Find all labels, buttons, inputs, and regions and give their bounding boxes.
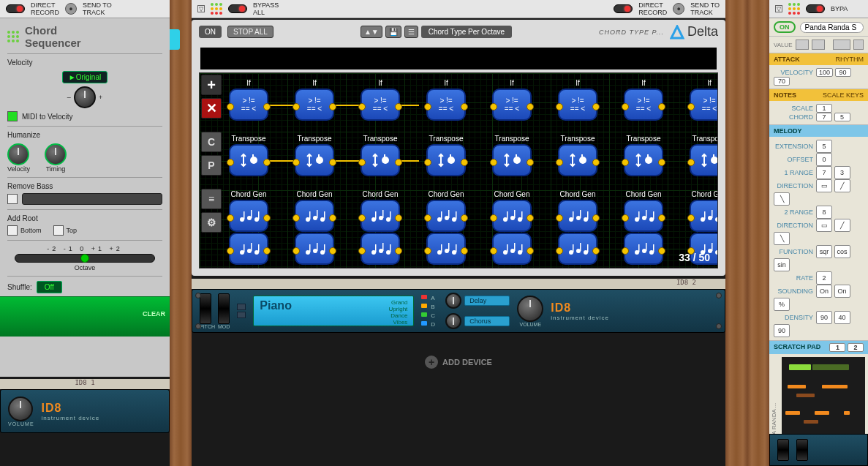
delta-node-chordgen2[interactable] <box>492 233 532 265</box>
delta-node-if[interactable]: If> != == < <box>558 79 597 121</box>
id8-preset[interactable]: Dance <box>389 312 408 319</box>
delta-node-transpose[interactable]: Transpose <box>295 135 334 176</box>
delta-node-chordgen2[interactable] <box>229 233 268 265</box>
panda-density-value[interactable]: 40 <box>834 311 850 324</box>
panda-sounding-value[interactable]: On <box>816 285 832 298</box>
delta-node-if[interactable]: If> != == < <box>492 79 532 121</box>
delta-node-chord-gen[interactable]: Chord Gen <box>624 190 663 232</box>
delta-tabstrip[interactable] <box>200 48 717 69</box>
rack-tab-handle[interactable] <box>170 29 180 50</box>
id8-lcd[interactable]: Piano GrandUprightDanceVibes <box>253 296 414 326</box>
delta-node-chordgen2[interactable] <box>624 233 663 265</box>
delta-node-chordgen2[interactable] <box>295 233 334 265</box>
delta-node-transpose[interactable]: Transpose <box>426 135 466 176</box>
id8-preset[interactable]: Upright <box>389 306 408 312</box>
remove-bass-checkbox[interactable] <box>7 194 18 204</box>
delta-node-transpose[interactable]: Transpose <box>229 135 268 176</box>
fold-toggle[interactable]: ▽ <box>197 5 205 12</box>
delta-node-transpose[interactable]: Transpose <box>690 135 718 176</box>
delta-on-button[interactable]: ON <box>199 26 222 38</box>
delta-node-transpose[interactable]: Transpose <box>361 135 400 176</box>
velocity-knob[interactable] <box>74 86 96 108</box>
panda-range1-value[interactable]: 7 <box>816 166 832 179</box>
panda-dir2a[interactable]: ▭ <box>816 219 832 232</box>
direct-record-toggle[interactable] <box>6 4 25 13</box>
delta-canvas[interactable]: If> != == <If> != == <If> != == <If> != … <box>199 72 718 268</box>
panda-density-value[interactable]: 90 <box>816 311 832 324</box>
mid-direct-record-toggle[interactable] <box>614 4 633 13</box>
delta-node-chord-gen[interactable]: Chord Gen <box>361 190 400 232</box>
id8-preset[interactable]: Vibes <box>389 319 408 326</box>
panda-velocity-value[interactable]: 70 <box>774 77 790 86</box>
panda-sounding-value[interactable]: On <box>834 285 850 298</box>
add-root-bottom-checkbox[interactable] <box>7 225 18 236</box>
delta-delete-button[interactable]: ✕ <box>201 98 222 119</box>
shuffle-state[interactable]: Off <box>37 281 62 293</box>
panda-function-value[interactable]: cos <box>834 245 850 258</box>
panda-offset[interactable]: 0 <box>816 153 832 166</box>
patch-prev-button[interactable]: ▲▼ <box>361 26 382 38</box>
delta-node-chord-gen[interactable]: Chord Gen <box>229 190 268 232</box>
panda-dir1a[interactable]: ▭ <box>816 179 832 192</box>
panda-velocity-value[interactable]: 100 <box>816 68 833 77</box>
right-fold[interactable]: ▽ <box>775 5 782 12</box>
id8-right-wheel-1[interactable] <box>777 439 789 461</box>
delta-node-chord-gen[interactable]: Chord Gen <box>690 190 718 232</box>
panda-function-value[interactable]: sqr <box>816 245 832 258</box>
scratch-page-2[interactable]: 2 <box>848 343 864 352</box>
delta-stopall-button[interactable]: STOP ALL <box>227 26 273 38</box>
panda-sounding-value[interactable]: % <box>774 298 790 311</box>
humanize-timing-knob[interactable] <box>45 143 67 165</box>
panda-chord-value[interactable]: 5 <box>834 113 850 121</box>
panda-dir2b[interactable]: ╱ <box>834 219 850 232</box>
delta-node-transpose[interactable]: Transpose <box>492 135 532 176</box>
delta-node-if[interactable]: If> != == < <box>229 79 268 121</box>
panda-value-a[interactable] <box>796 40 809 50</box>
send-to-track-button[interactable]: ● <box>65 3 77 15</box>
octave-slider[interactable] <box>15 254 155 263</box>
delta-tool-settings[interactable]: ⚙ <box>201 212 222 233</box>
delta-node-chord-gen[interactable]: Chord Gen <box>492 190 532 232</box>
id8-fx2-knob[interactable] <box>445 313 461 329</box>
id8-preset-down[interactable] <box>237 312 246 318</box>
delta-node-if[interactable]: If> != == < <box>690 79 718 121</box>
panda-dir1b[interactable]: ╱ <box>834 179 850 192</box>
panda-value-d[interactable] <box>853 40 864 50</box>
panda-chord-value[interactable]: 7 <box>816 113 832 121</box>
bypass-all-toggle[interactable] <box>228 4 247 13</box>
panda-velocity-value[interactable]: 90 <box>835 68 851 77</box>
shuffle-clear-button[interactable]: CLEAR <box>143 310 165 317</box>
delta-node-chord-gen[interactable]: Chord Gen <box>426 190 466 232</box>
delta-node-chordgen2[interactable] <box>426 233 466 265</box>
patch-save-button[interactable]: 💾 <box>385 26 401 38</box>
id8-right-wheel-2[interactable] <box>796 439 808 461</box>
panda-on-button[interactable]: ON <box>774 21 796 33</box>
panda-extension[interactable]: 5 <box>816 140 832 153</box>
id8-mod-wheel[interactable] <box>218 293 230 324</box>
panda-range2[interactable]: 8 <box>816 206 832 219</box>
panda-dir1c[interactable]: ╲ <box>774 192 790 206</box>
delta-node-chordgen2[interactable] <box>558 233 597 265</box>
panda-range1-value[interactable]: 3 <box>834 166 850 179</box>
panda-scale-value[interactable]: 1 <box>816 104 832 113</box>
humanize-velocity-knob[interactable] <box>7 143 29 165</box>
delta-node-if[interactable]: If> != == < <box>361 79 400 121</box>
mid-send-to-track-button[interactable]: ● <box>673 3 684 15</box>
velocity-original-chip[interactable]: ► Original <box>62 71 107 83</box>
id8-pitch-wheel[interactable] <box>200 293 211 324</box>
delta-node-if[interactable]: If> != == < <box>295 79 334 121</box>
id8-fx1-knob[interactable] <box>445 293 461 309</box>
id8-preset-up[interactable] <box>237 304 246 310</box>
patch-menu-button[interactable]: ☰ <box>404 26 418 38</box>
delta-node-chordgen2[interactable] <box>361 233 400 265</box>
id8-fx2-chip[interactable]: Chorus <box>464 316 510 326</box>
id8-preset[interactable]: Grand <box>389 299 408 306</box>
delta-patch-name[interactable]: Chord Type Per Octave <box>421 26 512 38</box>
delta-node-transpose[interactable]: Transpose <box>624 135 663 176</box>
scratch-page-1[interactable]: 1 <box>829 343 845 352</box>
midi-to-velocity-checkbox[interactable] <box>7 111 18 121</box>
id8-volume-knob[interactable] <box>517 296 543 322</box>
delta-node-chord-gen[interactable]: Chord Gen <box>558 190 597 232</box>
delta-add-button[interactable]: + <box>201 75 222 95</box>
panda-dir2c[interactable]: ╲ <box>774 232 790 245</box>
